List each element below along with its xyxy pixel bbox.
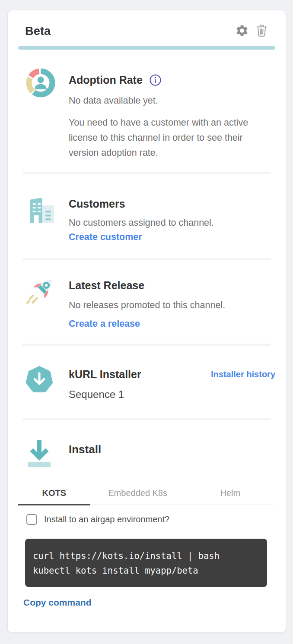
create-customer-link[interactable]: Create customer xyxy=(69,232,142,243)
adoption-rate-status: No data available yet. xyxy=(69,93,275,108)
customers-title: Customers xyxy=(69,197,275,211)
info-circle-icon[interactable] xyxy=(149,74,162,86)
tab-helm[interactable]: Helm xyxy=(185,484,275,505)
install-tab-bar: KOTS Embedded K8s Helm xyxy=(18,484,275,505)
trash-icon xyxy=(255,23,268,39)
channel-title: Beta xyxy=(25,25,51,38)
customers-icon-column xyxy=(18,194,58,243)
install-title: Install xyxy=(69,442,275,456)
airgap-checkbox[interactable] xyxy=(26,514,37,525)
channel-accent-bar xyxy=(18,46,275,50)
rocket-icon xyxy=(23,303,60,310)
section-customers: Customers No customers assigned to chann… xyxy=(18,194,275,258)
kurl-installer-title: kURL Installer xyxy=(69,367,141,381)
section-install: Install xyxy=(18,437,275,471)
buildings-icon xyxy=(23,221,58,228)
adoption-rate-description: You need to have a customer with an acti… xyxy=(69,115,259,161)
section-latest-release: Latest Release No releases promoted to t… xyxy=(18,273,275,344)
code-line-kubectl: kubectl kots install myapp/beta xyxy=(33,563,259,578)
section-divider xyxy=(22,418,271,420)
section-kurl-installer: kURL Installer Installer history Sequenc… xyxy=(18,363,275,418)
adoption-donut-person-icon xyxy=(23,94,58,101)
copy-command-link[interactable]: Copy command xyxy=(23,597,92,608)
gear-icon xyxy=(235,24,249,39)
channel-card: Beta xyxy=(7,10,286,633)
code-line-curl: curl https://kots.io/install | bash xyxy=(33,549,259,563)
customers-status: No customers assigned to channel. xyxy=(69,215,275,230)
airgap-row: Install to an airgap environment? xyxy=(26,514,275,525)
download-arrow-icon xyxy=(23,464,55,471)
installer-history-link[interactable]: Installer history xyxy=(211,369,275,379)
section-adoption-rate: Adoption Rate No data available yet. You… xyxy=(18,66,275,172)
create-release-link[interactable]: Create a release xyxy=(69,319,140,329)
tab-embedded-k8s[interactable]: Embedded K8s xyxy=(90,484,185,505)
latest-release-title: Latest Release xyxy=(69,278,275,292)
delete-channel-button[interactable] xyxy=(255,23,268,39)
kurl-icon-column xyxy=(18,363,58,401)
kurl-sequence: Sequence 1 xyxy=(69,388,275,401)
install-command-code-block: curl https://kots.io/install | bashkubec… xyxy=(25,539,267,587)
latest-release-icon-column xyxy=(18,273,58,329)
airgap-label: Install to an airgap environment? xyxy=(44,515,169,524)
heptagon-download-icon xyxy=(23,390,55,398)
install-icon-column xyxy=(18,437,58,471)
latest-release-status: No releases promoted to this channel. xyxy=(69,298,275,313)
channel-settings-button[interactable] xyxy=(235,24,249,39)
adoption-rate-icon-column xyxy=(18,66,58,161)
section-divider xyxy=(22,344,271,346)
header-actions xyxy=(235,23,268,39)
tab-kots[interactable]: KOTS xyxy=(18,484,90,505)
section-divider xyxy=(22,172,271,174)
adoption-rate-title: Adoption Rate xyxy=(69,73,143,87)
card-header: Beta xyxy=(25,23,268,39)
section-divider xyxy=(22,258,271,260)
